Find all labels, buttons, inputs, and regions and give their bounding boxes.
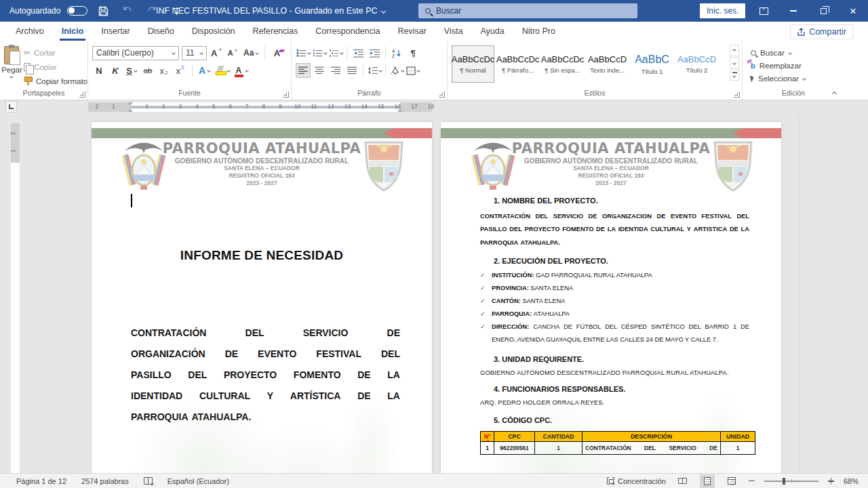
language-status[interactable]: Español (Ecuador) — [167, 477, 229, 485]
tab-archivo[interactable]: Archivo — [7, 22, 53, 41]
borders-button[interactable] — [406, 63, 420, 78]
styles-scroll-up-button[interactable] — [730, 45, 739, 56]
dialog-launcher-icon[interactable] — [79, 92, 85, 98]
highlight-color-button[interactable] — [214, 63, 231, 78]
shrink-font-button[interactable]: A˅ — [226, 45, 239, 60]
sign-in-button[interactable]: Inic. ses. — [700, 3, 745, 18]
undo-icon[interactable] — [119, 4, 136, 18]
zoom-slider[interactable] — [764, 481, 818, 482]
format-painter-icon — [24, 77, 33, 86]
collapse-ribbon-button[interactable] — [833, 88, 836, 98]
first-line-indent-marker[interactable] — [127, 102, 133, 106]
close-button[interactable]: ✕ — [838, 0, 868, 22]
italic-button[interactable]: K — [108, 63, 122, 78]
document-title[interactable]: INF NEC FESTIVAL DEL PASILLO - Guardado … — [156, 0, 385, 22]
bold-button[interactable]: N — [92, 63, 106, 78]
restore-button[interactable] — [808, 0, 838, 22]
search-input[interactable]: Buscar — [418, 3, 637, 18]
tab-selector-button[interactable] — [5, 101, 17, 113]
vertical-ruler[interactable]: 2 1 — [11, 123, 20, 473]
zoom-level[interactable]: 68% — [844, 477, 859, 485]
tab-revisar[interactable]: Revisar — [389, 22, 435, 41]
focus-mode-button[interactable]: Concentración — [607, 477, 666, 485]
ribbon-display-options-button[interactable]: ⌃ — [749, 0, 778, 22]
style-título-2[interactable]: AaBbCcDTítulo 2 — [675, 45, 718, 83]
tab-referencias[interactable]: Referencias — [244, 22, 307, 41]
cut-button[interactable]: ✂Cortar — [24, 47, 87, 58]
group-styles: AaBbCcDc¶ NormalAaBbCcDc¶ Párrafo...AaBb… — [448, 41, 743, 100]
subscript-button[interactable]: x2 — [157, 63, 171, 78]
justify-button[interactable] — [344, 63, 359, 78]
styles-scroll-down-button[interactable] — [730, 57, 739, 68]
paste-button[interactable]: Pegar — [0, 44, 24, 88]
decrease-indent-button[interactable] — [351, 45, 366, 60]
zoom-slider-thumb[interactable] — [783, 478, 785, 485]
sort-button[interactable]: AZ — [389, 45, 404, 60]
tab-vista[interactable]: Vista — [435, 22, 472, 41]
proofing-status[interactable] — [144, 477, 153, 485]
show-marks-button[interactable]: ¶ — [406, 45, 420, 60]
styles-more-button[interactable] — [730, 69, 739, 81]
line-spacing-button[interactable] — [367, 63, 382, 78]
dialog-launcher-icon[interactable] — [734, 92, 740, 98]
tab-disposición[interactable]: Disposición — [183, 22, 244, 41]
scrollbar[interactable] — [798, 114, 799, 473]
zoom-in-button[interactable] — [828, 478, 834, 484]
horizontal-ruler[interactable]: 21123456789101112131415161718 — [88, 102, 432, 112]
tab-nitro-pro[interactable]: Nitro Pro — [513, 22, 564, 41]
superscript-button[interactable]: x2 — [174, 63, 187, 78]
text-effects-button[interactable]: A — [197, 63, 212, 78]
numbering-button[interactable] — [312, 45, 327, 60]
bullets-button[interactable] — [296, 45, 311, 60]
align-center-button[interactable] — [312, 63, 327, 78]
style-párrafo[interactable]: AaBbCcDc¶ Párrafo... — [496, 45, 539, 83]
left-indent-marker[interactable] — [127, 108, 133, 112]
right-indent-marker[interactable] — [397, 108, 403, 112]
format-painter-button[interactable]: Copiar formato — [24, 75, 87, 87]
strikethrough-button[interactable]: ab — [141, 63, 155, 78]
font-name-combobox[interactable]: Calibri (Cuerpo) — [92, 46, 179, 60]
tab-insertar[interactable]: Insertar — [92, 22, 138, 41]
align-right-button[interactable] — [328, 63, 343, 78]
checklist: ✓INSTITUCIÓN: GAD PARROQUIAL RURAL ATAHU… — [480, 269, 749, 346]
find-button[interactable]: Buscar — [743, 46, 844, 59]
underline-button[interactable]: S — [125, 63, 138, 78]
web-layout-button[interactable] — [724, 474, 739, 488]
tab-correspondencia[interactable]: Correspondencia — [307, 22, 389, 41]
minimize-button[interactable] — [778, 0, 808, 22]
save-icon[interactable] — [94, 4, 112, 18]
proofing-book-icon — [144, 477, 153, 485]
align-left-button[interactable] — [296, 63, 311, 78]
increase-indent-button[interactable] — [367, 45, 382, 60]
dialog-launcher-icon[interactable] — [439, 92, 445, 98]
style-normal[interactable]: AaBbCcDc¶ Normal — [452, 45, 494, 83]
style-título-1[interactable]: AaBbCTítulo 1 — [631, 45, 673, 83]
zoom-out-button[interactable] — [749, 481, 755, 482]
font-size-combobox[interactable]: 11 — [182, 46, 207, 60]
document-area[interactable]: 2 1 PARROQUIA ATAHUALPA GOBIERNO AUTÓNOM… — [0, 114, 868, 473]
tab-inicio[interactable]: Inicio — [53, 22, 93, 41]
share-button[interactable]: Compartir — [790, 24, 853, 39]
replace-button[interactable]: bReemplazar — [743, 59, 844, 72]
select-button[interactable]: Seleccionar — [743, 72, 844, 85]
read-mode-button[interactable] — [675, 474, 690, 488]
print-layout-button[interactable] — [700, 474, 715, 488]
grow-font-button[interactable]: A˄ — [210, 45, 223, 60]
page-2[interactable]: PARROQUIA ATAHUALPA GOBIERNO AUTÓNOMO DE… — [441, 122, 781, 473]
font-color-button[interactable]: A — [234, 63, 250, 78]
page-number-status[interactable]: Página 1 de 12 — [16, 477, 66, 485]
shading-button[interactable] — [389, 63, 404, 78]
style-texto-inde[interactable]: AaBbCcDTexto inde... — [586, 45, 629, 83]
copy-button[interactable]: Copiar — [24, 61, 87, 73]
change-case-button[interactable]: Aa — [242, 45, 260, 60]
dialog-launcher-icon[interactable] — [283, 92, 289, 98]
clear-formatting-button[interactable]: A — [270, 45, 283, 60]
autosave-toggle[interactable] — [67, 6, 87, 16]
multilevel-list-button[interactable] — [328, 45, 343, 60]
tab-diseño[interactable]: Diseño — [139, 22, 183, 41]
word-count-status[interactable]: 2574 palabras — [81, 477, 129, 485]
style-sin-espa[interactable]: AaBbCcDc¶ Sin espa... — [541, 45, 584, 83]
tab-ayuda[interactable]: Ayuda — [471, 22, 513, 41]
section-paragraph-1: CONTRATACIÓNDELSERVICIODEORGANIZACIONDEE… — [480, 209, 749, 249]
page-1[interactable]: PARROQUIA ATAHUALPA GOBIERNO AUTÓNOMO DE… — [92, 122, 432, 473]
